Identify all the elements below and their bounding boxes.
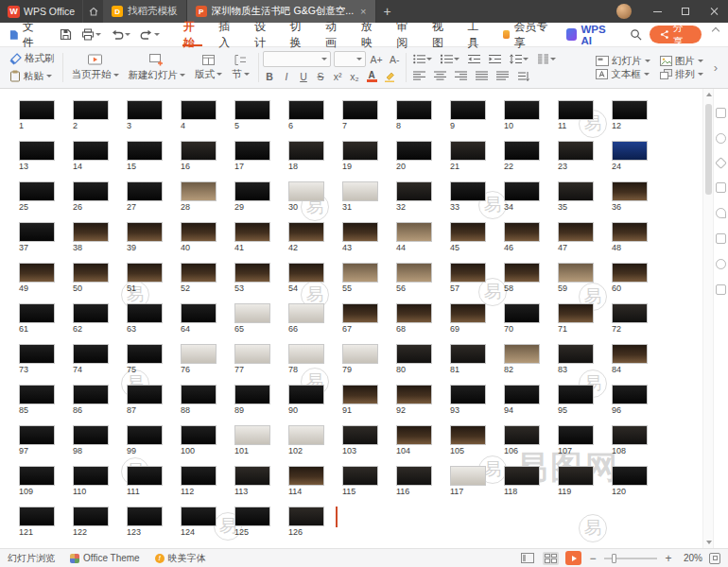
slide-thumbnail[interactable] — [342, 466, 378, 486]
slide-cell[interactable]: 121 — [19, 507, 73, 547]
increase-font-size-button[interactable]: A+ — [369, 52, 385, 67]
align-right-button[interactable] — [452, 71, 470, 81]
slide-cell[interactable]: 102 — [288, 425, 342, 466]
font-family-combo[interactable] — [263, 51, 331, 67]
slide-cell[interactable]: 48 — [612, 222, 666, 263]
document-tab[interactable]: D找稻壳模板 — [103, 0, 187, 23]
slide-cell[interactable]: 46 — [504, 222, 558, 263]
slide-thumbnail[interactable] — [127, 385, 163, 404]
slide-cell[interactable]: 25 — [19, 181, 73, 222]
slide-thumbnail[interactable] — [288, 385, 324, 404]
slide-thumbnail[interactable] — [234, 507, 270, 526]
slide-cell[interactable]: 54 — [288, 263, 342, 303]
slide-thumbnail[interactable] — [504, 141, 540, 161]
textbox-menu-button[interactable]: 文本框 — [592, 68, 654, 81]
slide-cell[interactable]: 44 — [396, 222, 450, 263]
slideshow-play-button[interactable] — [565, 551, 581, 565]
slide-cell[interactable]: 89 — [234, 385, 288, 425]
slide-cell[interactable]: 99 — [127, 425, 181, 466]
slide-thumbnail[interactable] — [396, 141, 432, 161]
fit-screen-button[interactable] — [709, 553, 720, 564]
slide-cell[interactable]: 86 — [73, 385, 127, 425]
slide-cell[interactable]: 70 — [504, 303, 558, 344]
slide-thumbnail[interactable] — [234, 263, 270, 283]
slide-thumbnail[interactable] — [396, 100, 432, 120]
slide-thumbnail[interactable] — [504, 222, 540, 242]
section-button[interactable]: 节 — [227, 50, 254, 85]
slide-cell[interactable]: 51 — [127, 263, 181, 303]
redo-button[interactable] — [136, 23, 164, 46]
menu-item[interactable]: 工具 — [459, 23, 495, 46]
slide-cell[interactable]: 5 — [234, 100, 288, 141]
slide-cell[interactable]: 98 — [73, 425, 127, 466]
wps-ai-button[interactable]: WPS AI — [559, 23, 622, 46]
slide-cell[interactable]: 71 — [558, 303, 612, 344]
slide-cell[interactable]: 74 — [73, 344, 127, 385]
minimize-button[interactable] — [643, 0, 671, 23]
slide-thumbnail[interactable] — [181, 385, 217, 404]
slide-thumbnail[interactable] — [342, 263, 378, 283]
slide-thumbnail[interactable] — [558, 141, 594, 161]
font-color-button[interactable]: A — [365, 71, 379, 82]
slide-thumbnail[interactable] — [450, 425, 486, 445]
slide-cell[interactable]: 53 — [234, 263, 288, 303]
slide-cell[interactable]: 31 — [342, 181, 396, 222]
slide-thumbnail[interactable] — [19, 425, 55, 445]
slide-thumbnail[interactable] — [558, 385, 594, 404]
slide-thumbnail[interactable] — [612, 303, 648, 323]
slide-thumbnail[interactable] — [396, 263, 432, 283]
slide-cell[interactable]: 47 — [558, 222, 612, 263]
slide-cell[interactable]: 2 — [73, 100, 127, 141]
slide-thumbnail[interactable] — [127, 425, 163, 445]
slide-cell[interactable]: 88 — [181, 385, 234, 425]
slide-cell[interactable]: 15 — [127, 141, 181, 181]
menu-item[interactable]: 开始 — [175, 23, 211, 46]
zoom-slider-knob[interactable] — [612, 554, 616, 563]
slide-thumbnail[interactable] — [127, 344, 163, 364]
slide-thumbnail[interactable] — [19, 263, 55, 283]
slide-thumbnail[interactable] — [612, 100, 648, 120]
theme-button[interactable]: Office Theme — [70, 553, 140, 563]
slide-thumbnail[interactable] — [396, 181, 432, 201]
slide-thumbnail[interactable] — [504, 181, 540, 201]
slide-cell[interactable]: 22 — [504, 141, 558, 181]
slide-thumbnail[interactable] — [127, 181, 163, 201]
slide-thumbnail[interactable] — [612, 344, 648, 364]
slide-cell[interactable]: 16 — [181, 141, 234, 181]
slide-cell[interactable]: 49 — [19, 263, 73, 303]
slide-thumbnail[interactable] — [450, 222, 486, 242]
slide-thumbnail[interactable] — [73, 100, 109, 120]
slide-cell[interactable]: 104 — [396, 425, 450, 466]
slide-cell[interactable]: 85 — [19, 385, 73, 425]
slide-cell[interactable]: 10 — [504, 100, 558, 141]
increase-indent-button[interactable] — [486, 54, 504, 64]
slide-thumbnail[interactable] — [234, 466, 270, 486]
slide-cell[interactable]: 75 — [127, 344, 181, 385]
slide-thumbnail[interactable] — [558, 466, 594, 486]
slide-cell[interactable]: 57 — [450, 263, 504, 303]
picture-menu-button[interactable]: 图片 — [656, 55, 707, 68]
slide-cell[interactable]: 59 — [558, 263, 612, 303]
slide-thumbnail[interactable] — [181, 100, 217, 120]
slide-cell[interactable]: 90 — [288, 385, 342, 425]
slide-cell[interactable]: 76 — [181, 344, 234, 385]
font-sub-button[interactable]: x₂ — [348, 69, 362, 84]
slide-cell[interactable]: 115 — [342, 466, 396, 507]
panel-expand-icon[interactable] — [716, 108, 726, 118]
decrease-indent-button[interactable] — [465, 54, 483, 64]
new-slide-button[interactable]: 新建幻灯片 — [124, 50, 191, 85]
slide-thumbnail[interactable] — [504, 263, 540, 283]
paste-button[interactable]: 粘贴 — [6, 70, 59, 83]
slide-thumbnail[interactable] — [288, 141, 324, 161]
properties-icon[interactable] — [716, 133, 726, 144]
zoom-in-button[interactable]: + — [664, 552, 673, 565]
slide-thumbnail[interactable] — [450, 303, 486, 323]
slide-thumbnail[interactable] — [288, 507, 324, 526]
slide-cell[interactable]: 63 — [127, 303, 181, 344]
slide-cell[interactable]: 95 — [558, 385, 612, 425]
slide-cell[interactable]: 18 — [288, 141, 342, 181]
slide-cell[interactable]: 13 — [19, 141, 73, 181]
slide-cell[interactable]: 1 — [19, 100, 73, 141]
arrange-menu-button[interactable]: 排列 — [656, 68, 707, 81]
slide-cell[interactable]: 108 — [612, 425, 666, 466]
